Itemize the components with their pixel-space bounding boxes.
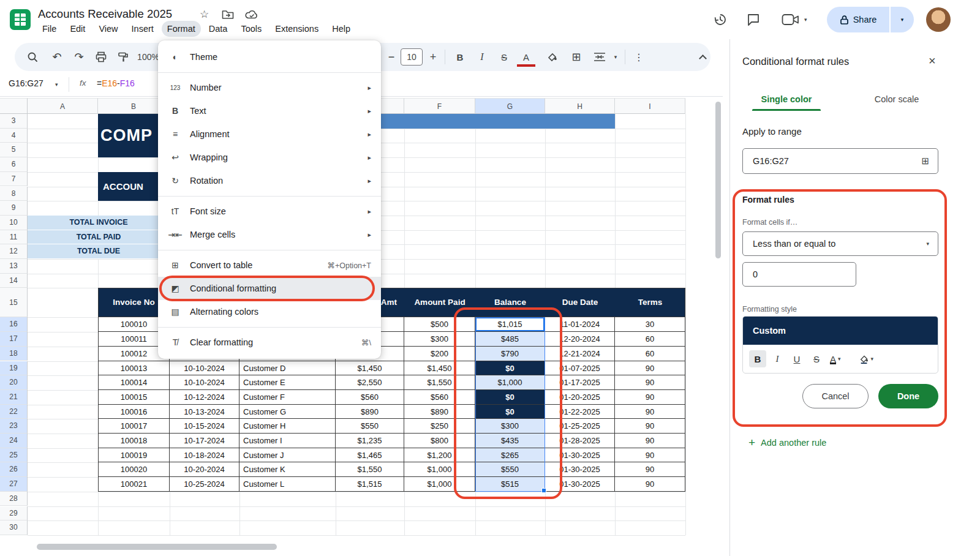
cell-G16[interactable]: $1,015 [475, 317, 545, 332]
more-tools-icon[interactable]: ⋮ [631, 43, 647, 71]
toolbar-search-icon[interactable] [23, 43, 42, 71]
move-folder-icon[interactable] [222, 10, 234, 22]
cell-E19[interactable]: $1,450 [336, 361, 404, 376]
cell-D24[interactable]: Customer I [239, 434, 336, 448]
cell-E20[interactable]: $2,550 [336, 375, 404, 390]
row-header-7[interactable]: 7 [0, 172, 28, 187]
row-header-25[interactable]: 25 [0, 448, 28, 463]
cell-G25[interactable]: $265 [475, 448, 545, 463]
row-header-30[interactable]: 30 [0, 520, 28, 535]
meet-camera-icon[interactable] [782, 13, 800, 29]
row-header-6[interactable]: 6 [0, 157, 28, 172]
row-header-4[interactable]: 4 [0, 129, 28, 143]
cell-H24[interactable]: 01-28-2025 [545, 434, 615, 448]
column-header-I[interactable]: I [615, 98, 685, 114]
avatar[interactable] [926, 7, 951, 32]
cell-D27[interactable]: Customer L [239, 477, 336, 492]
cell-I16[interactable]: 30 [615, 317, 685, 332]
condition-dropdown[interactable]: Less than or equal to ▾ [742, 231, 938, 256]
sheets-logo-icon[interactable] [10, 9, 31, 32]
done-button[interactable]: Done [878, 384, 938, 408]
name-box[interactable]: G16:G27 [9, 78, 43, 88]
cell-H18[interactable]: 12-21-2024 [545, 347, 615, 361]
row-header-24[interactable]: 24 [0, 434, 28, 448]
cell-E23[interactable]: $550 [336, 419, 404, 434]
cell-I19[interactable]: 90 [615, 361, 685, 376]
star-icon[interactable]: ☆ [200, 8, 209, 21]
menu-item-alignment[interactable]: ≡Alignment▸ [158, 122, 381, 146]
style-italic-button[interactable]: I [769, 350, 786, 367]
row-header-17[interactable]: 17 [0, 332, 28, 347]
column-header-G[interactable]: G [475, 98, 545, 114]
cell-C25[interactable]: 10-18-2024 [170, 448, 239, 463]
cell-I27[interactable]: 90 [615, 477, 685, 492]
redo-icon[interactable]: ↷ [70, 43, 88, 71]
row-header-10[interactable]: 10 [0, 216, 28, 230]
cell-E27[interactable]: $1,515 [336, 477, 404, 492]
menu-item-text[interactable]: BText▸ [158, 99, 381, 122]
column-header-F[interactable]: F [404, 98, 475, 114]
cell-I26[interactable]: 90 [615, 462, 685, 477]
share-button[interactable]: Share [827, 7, 889, 32]
row-header-9[interactable]: 9 [0, 201, 28, 216]
cell-C22[interactable]: 10-13-2024 [170, 405, 239, 419]
cell-D20[interactable]: Customer E [239, 375, 336, 390]
row-header-5[interactable]: 5 [0, 143, 28, 157]
cell-C19[interactable]: 10-10-2024 [170, 361, 239, 376]
text-color-button[interactable]: A [517, 47, 535, 67]
column-header-H[interactable]: H [545, 98, 615, 114]
bold-button[interactable]: B [451, 43, 469, 71]
cell-G22[interactable]: $0 [475, 405, 545, 419]
cell-B19[interactable]: 100013 [98, 361, 170, 376]
column-header-A[interactable]: A [28, 98, 98, 114]
cell-H22[interactable]: 01-22-2025 [545, 405, 615, 419]
menu-item-rotation[interactable]: ↻Rotation▸ [158, 169, 381, 192]
row-header-26[interactable]: 26 [0, 462, 28, 477]
borders-icon[interactable]: ⊞ [567, 43, 586, 71]
tab-color-scale[interactable]: Color scale [853, 89, 941, 109]
cell-C24[interactable]: 10-17-2024 [170, 434, 239, 448]
name-box-dropdown-icon[interactable]: ▾ [55, 81, 58, 88]
cell-F20[interactable]: $1,550 [404, 375, 475, 390]
cell-I23[interactable]: 90 [615, 419, 685, 434]
cell-D26[interactable]: Customer K [239, 462, 336, 477]
cell-B24[interactable]: 100018 [98, 434, 170, 448]
menubar-extensions[interactable]: Extensions [270, 21, 324, 37]
row-header-14[interactable]: 14 [0, 274, 28, 288]
row-header-15[interactable]: 15 [0, 288, 28, 317]
menu-item-conditional-formatting[interactable]: ◩Conditional formatting [158, 277, 381, 300]
cell-G19[interactable]: $0 [475, 361, 545, 376]
vertical-scrollbar[interactable] [715, 102, 721, 258]
fill-color-icon[interactable] [543, 43, 562, 71]
cell-C27[interactable]: 10-25-2024 [170, 477, 239, 492]
merge-dropdown-icon[interactable]: ▾ [611, 43, 620, 71]
row-header-8[interactable]: 8 [0, 187, 28, 201]
cell-F16[interactable]: $500 [404, 317, 475, 332]
row-header-3[interactable]: 3 [0, 114, 28, 129]
menu-item-convert-to-table[interactable]: ⊞Convert to table⌘+Option+T [158, 254, 381, 277]
menu-item-alternating-colors[interactable]: ▤Alternating colors [158, 300, 381, 323]
row-header-29[interactable]: 29 [0, 506, 28, 521]
row-header-20[interactable]: 20 [0, 375, 28, 390]
cell-I17[interactable]: 60 [615, 332, 685, 347]
document-title[interactable]: Accounts Receivable 2025 [38, 7, 172, 21]
cell-C26[interactable]: 10-20-2024 [170, 462, 239, 477]
cancel-button[interactable]: Cancel [802, 384, 869, 408]
cell-F22[interactable]: $890 [404, 405, 475, 419]
merge-cells-icon[interactable] [589, 43, 610, 71]
cell-D23[interactable]: Customer H [239, 419, 336, 434]
cell-H19[interactable]: 01-07-2025 [545, 361, 615, 376]
cell-H26[interactable]: 01-30-2025 [545, 462, 615, 477]
comments-icon[interactable] [746, 12, 761, 29]
menubar-tools[interactable]: Tools [235, 21, 267, 37]
paint-format-icon[interactable] [114, 43, 132, 71]
menu-item-theme[interactable]: ◐Theme [158, 45, 381, 69]
cell-G23[interactable]: $300 [475, 419, 545, 434]
style-bold-button[interactable]: B [749, 350, 766, 367]
cell-B20[interactable]: 100014 [98, 375, 170, 390]
cell-C21[interactable]: 10-12-2024 [170, 390, 239, 405]
row-header-13[interactable]: 13 [0, 259, 28, 274]
font-size-increase-button[interactable]: + [426, 43, 440, 71]
cell-B21[interactable]: 100015 [98, 390, 170, 405]
cell-G21[interactable]: $0 [475, 390, 545, 405]
